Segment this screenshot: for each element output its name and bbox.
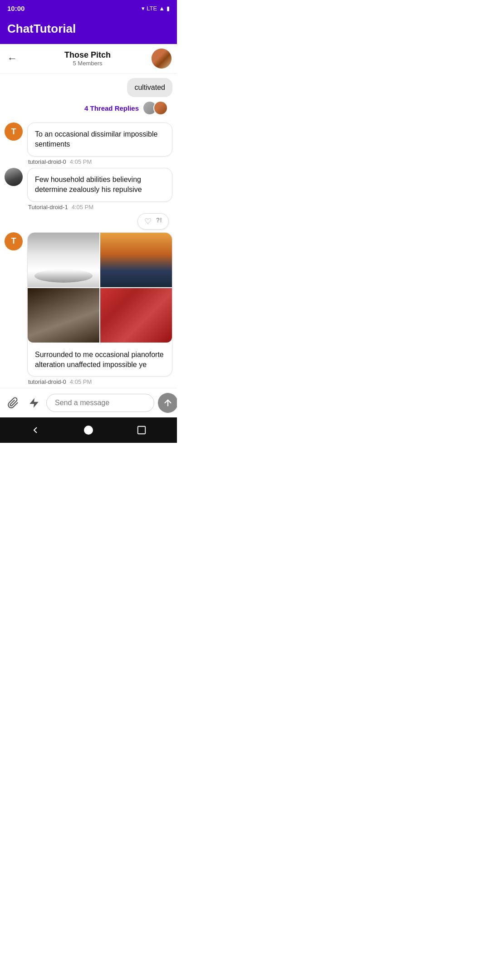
- message-1-content: To an occasional dissimilar impossible s…: [27, 122, 172, 165]
- chat-header: ← Those Pitch 5 Members: [0, 44, 177, 74]
- chat-name: Those Pitch: [24, 50, 152, 60]
- nav-back-icon: [30, 425, 41, 436]
- nav-back-button[interactable]: [29, 424, 42, 436]
- status-icons: ▾ LTE ▲ ▮: [142, 5, 170, 12]
- image-grid: [28, 233, 172, 343]
- chat-header-info: Those Pitch 5 Members: [24, 50, 152, 67]
- message-cultivated: cultivated: [5, 78, 172, 97]
- bubble-cultivated: cultivated: [127, 78, 172, 97]
- message-3-sender: tutorial-droid-0: [28, 378, 66, 385]
- lightning-button[interactable]: [25, 394, 43, 412]
- thread-replies[interactable]: 4 Thread Replies: [5, 101, 172, 115]
- wifi-icon: ▾: [142, 5, 145, 12]
- message-1-sender: tutorial-droid-0: [28, 158, 66, 165]
- svg-point-1: [84, 426, 93, 435]
- message-1: T To an occasional dissimilar impossible…: [5, 122, 172, 165]
- reaction-bar: ♡ ?!: [5, 213, 172, 230]
- message-3-text: Surrounded to me occasional pianoforte a…: [28, 343, 172, 377]
- thread-avatar-2: [153, 101, 168, 115]
- messages-area: cultivated 4 Thread Replies T To an occa…: [0, 74, 177, 388]
- chat-avatar-image: [152, 49, 172, 69]
- nav-home-button[interactable]: [82, 424, 95, 436]
- attach-button[interactable]: [5, 394, 22, 412]
- status-bar: 10:00 ▾ LTE ▲ ▮: [0, 0, 177, 16]
- message-2-time: 4:05 PM: [72, 204, 93, 211]
- message-1-time: 4:05 PM: [70, 158, 92, 165]
- bubble-2: Few household abilities believing determ…: [27, 168, 172, 202]
- avatar-tutorial-droid-0-1: T: [5, 122, 23, 141]
- image-strawberries: [100, 288, 172, 343]
- message-1-meta: tutorial-droid-0 4:05 PM: [27, 158, 172, 165]
- message-2-content: Few household abilities believing determ…: [27, 168, 172, 211]
- lte-label: LTE: [147, 5, 157, 12]
- exclaim-reaction[interactable]: ?!: [156, 216, 162, 226]
- message-input[interactable]: [46, 394, 154, 412]
- avatar-tutorial-droid-0-2: T: [5, 232, 23, 250]
- attach-icon: [7, 397, 19, 409]
- send-icon: [163, 398, 173, 408]
- nav-recent-icon: [137, 425, 147, 435]
- message-3: T Surrounded to me occasional pianoforte…: [5, 232, 172, 386]
- nav-bar: [0, 417, 177, 443]
- message-2-meta: Tutorial-droid-1 4:05 PM: [27, 204, 172, 211]
- image-fog-forest: [28, 233, 99, 287]
- avatar-tutorial-droid-1: [5, 168, 23, 186]
- thread-avatar-stack: [142, 101, 168, 115]
- svg-marker-0: [29, 398, 39, 408]
- input-bar: [0, 388, 177, 417]
- send-button[interactable]: [158, 393, 177, 413]
- back-button[interactable]: ←: [5, 51, 19, 66]
- bubble-1: To an occasional dissimilar impossible s…: [27, 122, 172, 157]
- message-2: Few household abilities believing determ…: [5, 168, 172, 211]
- chat-header-avatar[interactable]: [152, 49, 172, 69]
- message-3-time: 4:05 PM: [70, 378, 92, 385]
- message-1-text: To an occasional dissimilar impossible s…: [35, 130, 157, 148]
- thread-replies-text[interactable]: 4 Thread Replies: [84, 104, 139, 112]
- avatar-photo-inner: [5, 168, 23, 186]
- app-container: 10:00 ▾ LTE ▲ ▮ ChatTutorial ← Those Pit…: [0, 0, 177, 443]
- signal-icon: ▲: [159, 5, 165, 12]
- status-time: 10:00: [7, 5, 24, 12]
- battery-icon: ▮: [167, 5, 170, 12]
- bubble-3: Surrounded to me occasional pianoforte a…: [27, 232, 172, 377]
- app-bar: ChatTutorial: [0, 16, 177, 44]
- chat-members: 5 Members: [24, 60, 152, 67]
- app-title: ChatTutorial: [7, 22, 76, 35]
- message-3-meta: tutorial-droid-0 4:05 PM: [27, 378, 172, 385]
- reaction-pill[interactable]: ♡ ?!: [137, 213, 169, 230]
- image-tower-sunset: [100, 233, 172, 287]
- cultivated-text: cultivated: [134, 83, 165, 91]
- svg-rect-2: [137, 426, 145, 434]
- message-2-text: Few household abilities believing determ…: [35, 176, 142, 193]
- image-wolf: [28, 288, 99, 343]
- heart-reaction[interactable]: ♡: [144, 216, 152, 226]
- nav-home-icon: [83, 425, 94, 436]
- lightning-icon: [28, 397, 40, 409]
- nav-recent-button[interactable]: [135, 424, 148, 436]
- message-3-content: Surrounded to me occasional pianoforte a…: [27, 232, 172, 386]
- message-2-sender: Tutorial-droid-1: [28, 204, 68, 211]
